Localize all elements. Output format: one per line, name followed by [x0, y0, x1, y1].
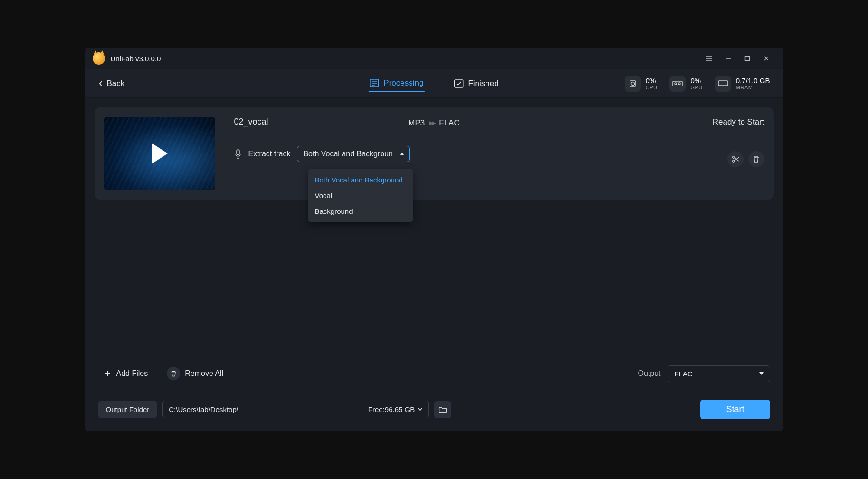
output-format-select[interactable]: FLAC	[668, 365, 770, 382]
extract-option-both[interactable]: Both Vocal and Background	[308, 172, 413, 188]
svg-rect-9	[237, 150, 239, 155]
browse-folder-button[interactable]	[434, 401, 451, 418]
app-window: UniFab v3.0.0.0 Back Processing F	[85, 48, 783, 431]
mram-label: MRAM	[736, 85, 770, 90]
arrow-icon: ▸▸	[429, 118, 434, 128]
back-button[interactable]: Back	[98, 79, 125, 88]
stat-cpu: 0% CPU	[625, 76, 658, 92]
src-format: MP3	[408, 118, 425, 128]
output-path-box[interactable]: C:\Users\fab\Desktop\ Free:96.65 GB	[162, 401, 429, 418]
extract-option-vocal[interactable]: Vocal	[308, 188, 413, 203]
svg-rect-0	[745, 57, 749, 61]
output-format-value: FLAC	[675, 370, 693, 378]
cpu-label: CPU	[646, 85, 658, 90]
trash-icon	[753, 155, 760, 163]
caret-down-icon	[418, 408, 422, 412]
free-space: Free:96.65 GB	[368, 405, 415, 413]
ram-icon	[715, 76, 731, 92]
processing-icon	[369, 79, 379, 87]
tabs: Processing Finished	[368, 76, 499, 92]
mram-value: 0.7/1.0 GB	[736, 77, 770, 85]
gpu-label: GPU	[690, 85, 702, 90]
trim-button[interactable]	[727, 151, 744, 167]
thumbnail[interactable]	[104, 117, 215, 190]
extract-select-value: Both Vocal and Backgroun	[303, 150, 393, 158]
play-icon	[152, 143, 168, 164]
cpu-value: 0%	[646, 77, 658, 85]
extract-option-background[interactable]: Background	[308, 203, 413, 219]
start-button[interactable]: Start	[700, 400, 770, 419]
minimize-button[interactable]	[719, 51, 738, 66]
svg-point-7	[678, 83, 680, 85]
tab-finished[interactable]: Finished	[453, 76, 499, 92]
footer: Output Folder C:\Users\fab\Desktop\ Free…	[95, 400, 774, 422]
tab-processing-label: Processing	[383, 78, 423, 88]
divider	[95, 392, 774, 392]
scissors-icon	[732, 155, 739, 163]
header: Back Processing Finished 0% CPU	[85, 69, 783, 98]
svg-point-10	[732, 156, 734, 158]
svg-rect-8	[718, 81, 728, 86]
stat-gpu: 0% GPU	[669, 76, 702, 92]
svg-point-4	[631, 82, 634, 85]
app-title: UniFab v3.0.0.0	[111, 55, 161, 63]
folder-icon	[439, 406, 447, 413]
caret-down-icon	[759, 372, 764, 375]
job-status: Ready to Start	[713, 117, 764, 127]
svg-point-6	[675, 83, 677, 85]
job-filename: 02_vocal	[234, 117, 268, 127]
extract-dropdown: Both Vocal and Background Vocal Backgrou…	[308, 169, 413, 222]
titlebar: UniFab v3.0.0.0	[85, 48, 783, 69]
bottom-toolbar: Add Files Remove All Output FLAC	[95, 359, 774, 383]
close-button[interactable]	[757, 51, 776, 66]
trash-circle-icon	[167, 367, 180, 380]
svg-point-11	[732, 160, 734, 162]
microphone-icon	[234, 149, 242, 159]
caret-up-icon	[400, 153, 404, 155]
gpu-value: 0%	[690, 77, 702, 85]
plus-icon	[103, 369, 112, 378]
output-path: C:\Users\fab\Desktop\	[169, 405, 238, 413]
add-files-button[interactable]: Add Files	[98, 366, 153, 381]
gpu-icon	[669, 76, 686, 92]
svg-rect-5	[673, 81, 682, 86]
finished-icon	[454, 79, 463, 88]
maximize-button[interactable]	[738, 51, 757, 66]
format-conversion: MP3 ▸▸ FLAC	[408, 118, 459, 128]
remove-all-label: Remove All	[185, 369, 223, 378]
tab-processing[interactable]: Processing	[368, 76, 424, 92]
output-label: Output	[638, 369, 660, 378]
add-files-label: Add Files	[116, 369, 148, 378]
job-card: 02_vocal Ready to Start Extract track Bo…	[95, 107, 774, 200]
extract-label: Extract track	[248, 150, 291, 158]
app-logo-icon	[93, 52, 105, 65]
tab-finished-label: Finished	[468, 79, 498, 88]
dst-format: FLAC	[439, 118, 459, 128]
cpu-icon	[625, 76, 641, 92]
content-area: 02_vocal Ready to Start Extract track Bo…	[85, 98, 783, 431]
delete-button[interactable]	[748, 151, 764, 167]
output-folder-button[interactable]: Output Folder	[98, 401, 157, 418]
stat-mram: 0.7/1.0 GB MRAM	[715, 76, 770, 92]
system-stats: 0% CPU 0% GPU 0.7/1.0 GB MRA	[625, 76, 770, 92]
extract-select[interactable]: Both Vocal and Backgroun	[297, 146, 410, 162]
menu-button[interactable]	[700, 51, 719, 66]
chevron-left-icon	[98, 80, 103, 87]
remove-all-button[interactable]: Remove All	[162, 364, 228, 383]
back-label: Back	[107, 79, 125, 88]
